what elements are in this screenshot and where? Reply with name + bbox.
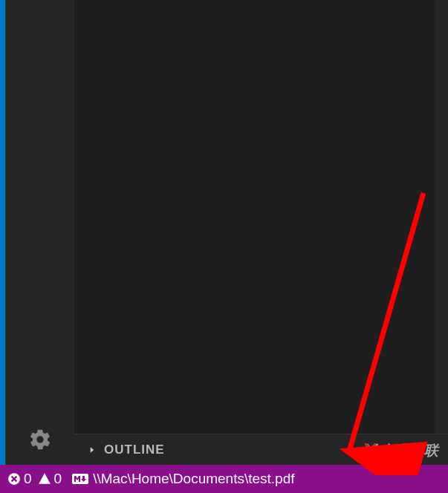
chevron-right-icon: [88, 445, 97, 454]
explorer-empty-area: [74, 0, 435, 434]
app-container: OUTLINE: [0, 0, 448, 465]
status-bar: 0 0 \\Mac\Home\Documents\test.pdf: [0, 465, 448, 493]
warning-icon: [38, 472, 51, 486]
explorer-panel: OUTLINE: [74, 0, 448, 465]
outline-section-header[interactable]: OUTLINE: [74, 434, 448, 465]
errors-count: 0: [24, 471, 32, 487]
activity-bar-edge: [0, 0, 6, 465]
outline-label: OUTLINE: [104, 443, 165, 457]
markdown-icon: [72, 473, 88, 485]
markdown-pdf-status-item[interactable]: \\Mac\Home\Documents\test.pdf: [72, 471, 294, 487]
gear-icon[interactable]: [28, 428, 52, 451]
output-file-path: \\Mac\Home\Documents\test.pdf: [93, 471, 294, 487]
warnings-count: 0: [54, 471, 62, 487]
errors-status-item[interactable]: 0: [7, 471, 32, 487]
sidebar: [6, 0, 74, 465]
error-icon: [7, 472, 21, 486]
warnings-status-item[interactable]: 0: [38, 471, 62, 487]
